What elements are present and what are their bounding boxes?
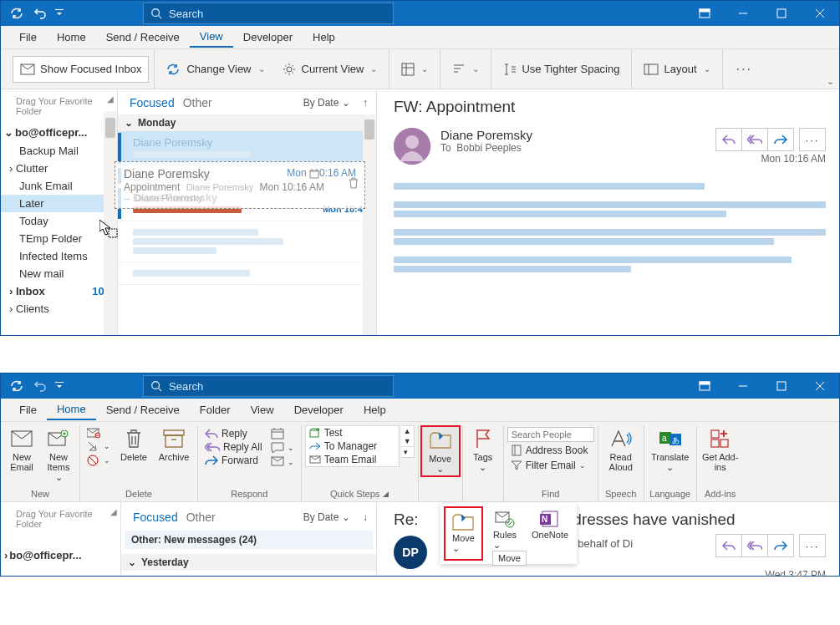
tighter-spacing-button[interactable]: Use Tighter Spacing <box>496 56 626 83</box>
sort-by-date[interactable]: By Date <box>303 511 339 523</box>
reply-button[interactable] <box>715 534 742 557</box>
minimize-button[interactable] <box>724 1 762 26</box>
menu-folder[interactable]: Folder <box>190 400 241 419</box>
qs-test[interactable]: Test <box>306 426 399 440</box>
dialog-launcher-icon[interactable]: ◢ <box>383 490 389 498</box>
message-item[interactable]: Diane Poremsky <box>118 166 376 186</box>
qs-to-manager[interactable]: To Manager <box>306 440 399 453</box>
delete-button[interactable]: Delete <box>115 425 152 464</box>
menu-send-receive[interactable]: Send / Receive <box>96 28 190 47</box>
more-respond-button[interactable]: ⌄ <box>267 455 298 469</box>
menu-developer[interactable]: Developer <box>284 400 354 419</box>
folder-inbox[interactable]: › Inbox102 <box>1 282 117 300</box>
search-box[interactable] <box>143 3 394 24</box>
new-email-button[interactable]: New Email <box>4 425 39 474</box>
maximize-button[interactable] <box>762 1 801 26</box>
address-book-button[interactable]: Address Book <box>507 444 594 457</box>
folder-later[interactable]: Later <box>1 195 117 212</box>
qs-scroll-up[interactable]: ▲ <box>401 426 414 436</box>
get-addins-button[interactable]: Get Add-ins <box>700 425 741 474</box>
current-view-button[interactable]: Current View ⌄ <box>275 56 384 83</box>
qs-expand[interactable]: ▾ <box>401 446 414 457</box>
cleanup-button[interactable]: ⌄ <box>84 440 114 453</box>
qat-customize-icon[interactable] <box>53 376 66 396</box>
reply-button[interactable]: Reply <box>201 427 266 440</box>
menu-view[interactable]: View <box>241 400 284 419</box>
reply-button[interactable] <box>715 128 742 151</box>
list-scrollbar[interactable] <box>363 114 376 335</box>
forward-button[interactable] <box>767 128 794 151</box>
ribbon-overflow-button[interactable]: ··· <box>728 58 761 80</box>
account-node[interactable]: › bo@officepr... <box>1 546 120 565</box>
layout-button[interactable]: Layout ⌄ <box>637 56 716 83</box>
tags-button[interactable]: Tags⌄ <box>466 425 500 474</box>
arrange-by-button[interactable]: ⌄ <box>445 56 486 83</box>
qs-scroll-down[interactable]: ▼ <box>401 436 414 446</box>
sort-by-date[interactable]: By Date <box>303 97 339 109</box>
folder-clients[interactable]: › Clients <box>1 300 117 318</box>
search-input[interactable] <box>169 380 386 393</box>
search-box[interactable] <box>143 375 394 397</box>
archive-button[interactable]: Archive <box>154 425 194 464</box>
message-item[interactable]: Diane Poremsky Mon 10:44 <box>118 186 376 221</box>
folder-infected[interactable]: Infected Items <box>1 247 117 265</box>
ignore-button[interactable] <box>84 427 114 439</box>
tab-focused[interactable]: Focused <box>130 96 175 109</box>
menu-developer[interactable]: Developer <box>233 28 303 47</box>
date-group-header[interactable]: ⌄ Yesterday <box>121 554 376 571</box>
tab-other[interactable]: Other <box>186 511 216 524</box>
tab-other[interactable]: Other <box>183 96 212 109</box>
reply-all-button[interactable] <box>741 128 768 151</box>
filter-email-button[interactable]: Filter Email ⌄ <box>507 459 594 472</box>
menu-help[interactable]: Help <box>303 28 345 47</box>
ribbon-display-options-icon[interactable] <box>685 373 724 399</box>
qat-customize-icon[interactable] <box>53 3 66 23</box>
close-button[interactable] <box>801 1 839 26</box>
message-item[interactable] <box>118 221 376 262</box>
show-focused-inbox-button[interactable]: Show Focused Inbox <box>13 56 149 83</box>
menu-file[interactable]: File <box>9 400 47 419</box>
date-group-header[interactable]: ⌄ Monday <box>118 114 376 131</box>
search-people-input[interactable] <box>507 427 594 442</box>
close-button[interactable] <box>801 373 839 399</box>
qs-team-email[interactable]: Team Email <box>306 453 399 466</box>
tab-focused[interactable]: Focused <box>133 511 178 524</box>
more-actions-button[interactable]: ··· <box>799 128 826 151</box>
menu-home[interactable]: Home <box>47 28 96 47</box>
forward-button[interactable]: Forward <box>201 454 266 467</box>
menu-home[interactable]: Home <box>47 399 96 420</box>
sort-descending-icon[interactable]: ↓ <box>363 511 368 523</box>
sync-icon[interactable] <box>6 3 28 23</box>
popup-move[interactable]: Move⌄ <box>447 510 480 557</box>
folder-junk-email[interactable]: Junk Email <box>1 177 117 195</box>
change-view-button[interactable]: Change View ⌄ <box>160 56 271 83</box>
read-aloud-button[interactable]: Read Aloud <box>602 425 640 474</box>
menu-view[interactable]: View <box>190 27 233 48</box>
forward-button[interactable] <box>767 534 794 557</box>
scrollbar-thumb[interactable] <box>105 118 115 138</box>
message-preview-button[interactable]: ⌄ <box>395 56 435 83</box>
message-item[interactable] <box>118 262 376 285</box>
ribbon-display-options-icon[interactable] <box>685 1 724 26</box>
dialog-launcher-icon[interactable]: ◢ <box>110 507 117 516</box>
sync-icon[interactable] <box>6 376 28 396</box>
sort-ascending-icon[interactable]: ↑ <box>363 97 368 109</box>
menu-help[interactable]: Help <box>354 400 396 419</box>
menu-file[interactable]: File <box>9 28 47 47</box>
undo-icon[interactable] <box>29 3 51 23</box>
folder-new-mail[interactable]: New mail <box>1 265 117 282</box>
folder-backup-mail[interactable]: Backup Mail <box>1 142 117 160</box>
more-actions-button[interactable]: ··· <box>799 534 826 557</box>
translate-button[interactable]: aあ Translate⌄ <box>648 425 693 474</box>
dialog-launcher-icon[interactable]: ◢ <box>107 94 114 104</box>
undo-icon[interactable] <box>29 376 51 396</box>
menu-send-receive[interactable]: Send / Receive <box>96 400 190 419</box>
minimize-button[interactable] <box>724 373 762 399</box>
scrollbar-thumb[interactable] <box>364 119 374 140</box>
im-button[interactable]: ⌄ <box>267 441 298 455</box>
folder-clutter[interactable]: › Clutter <box>1 160 117 177</box>
search-input[interactable] <box>169 8 386 20</box>
maximize-button[interactable] <box>762 373 801 399</box>
new-items-button[interactable]: New Items ⌄ <box>41 425 76 484</box>
reply-all-button[interactable]: Reply All <box>201 440 266 454</box>
